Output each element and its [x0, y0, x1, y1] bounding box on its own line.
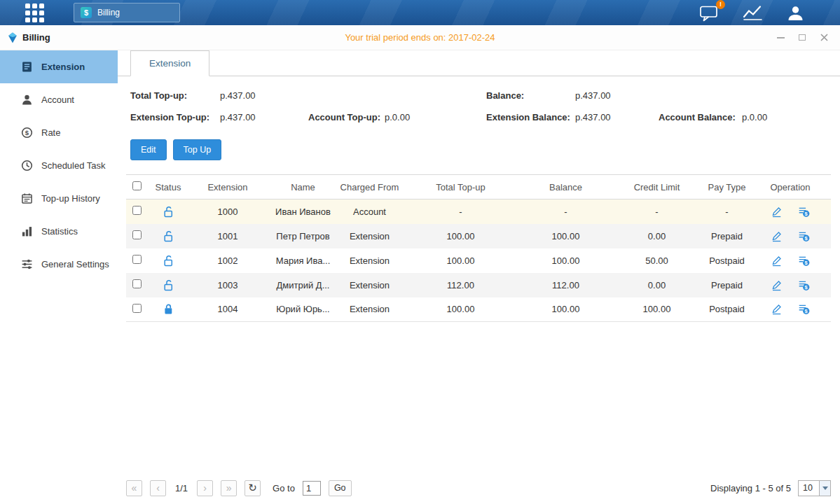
table-row[interactable]: 1002 Мария Ива... Extension 100.00 100.0…	[126, 248, 831, 273]
cell-extension: 1001	[189, 224, 266, 248]
window-controls	[776, 33, 840, 43]
prev-page-button[interactable]: ‹	[150, 480, 166, 496]
account-balance-value: p.0.00	[742, 112, 840, 122]
cell-balance: 100.00	[522, 298, 610, 322]
locked-icon[interactable]	[163, 303, 174, 315]
tab-bar: Extension	[118, 50, 840, 76]
table-row[interactable]: 1001 Петр Петров Extension 100.00 100.00…	[126, 224, 831, 248]
chevron-down-icon	[819, 481, 830, 496]
table-row[interactable]: 1000 Иван Иванов Account - - - - $	[126, 200, 831, 224]
account-balance-label: Account Balance:	[659, 112, 742, 122]
sidebar-item-statistics[interactable]: Statistics	[0, 215, 118, 248]
page-size-select[interactable]: 10	[798, 480, 831, 496]
billing-app-icon: $	[81, 7, 92, 18]
row-checkbox[interactable]	[132, 255, 142, 264]
edit-icon[interactable]	[771, 255, 783, 267]
sidebar-item-extension[interactable]: Extension	[0, 50, 118, 83]
page-indicator: 1/1	[175, 483, 188, 493]
user-menu-icon[interactable]	[786, 4, 805, 22]
unlocked-icon[interactable]	[163, 255, 174, 267]
clock-icon	[21, 160, 33, 172]
cell-pay-type: Prepaid	[704, 224, 750, 248]
topup-icon[interactable]: $	[798, 279, 810, 291]
sidebar-item-label: Extension	[41, 62, 85, 72]
close-button[interactable]	[819, 33, 829, 43]
sidebar-item-label: General Settings	[41, 259, 109, 270]
sidebar: Extension Account $ Rate Scheduled Task	[0, 50, 118, 504]
row-checkbox[interactable]	[132, 279, 142, 288]
cell-total-topup: 100.00	[399, 248, 522, 273]
row-checkbox[interactable]	[132, 304, 142, 313]
line-chart-icon	[742, 4, 764, 21]
cell-charged-from: Extension	[340, 248, 399, 273]
billing-logo-icon	[7, 32, 18, 43]
unlocked-icon[interactable]	[163, 230, 174, 242]
apps-grid-icon[interactable]	[25, 4, 44, 22]
maximize-button[interactable]	[797, 33, 807, 43]
col-credit-limit: Credit Limit	[610, 175, 704, 200]
cell-balance: 100.00	[522, 248, 610, 273]
refresh-button[interactable]: ↻	[245, 480, 261, 496]
edit-icon[interactable]	[771, 230, 783, 242]
rate-icon: $	[21, 127, 33, 139]
topup-icon[interactable]: $	[798, 303, 810, 315]
tab-extension[interactable]: Extension	[130, 50, 209, 76]
cell-total-topup: -	[399, 200, 522, 224]
extension-topup-label: Extension Top-up:	[130, 112, 220, 122]
cell-extension: 1004	[189, 298, 266, 322]
cell-credit-limit: -	[610, 200, 704, 224]
sidebar-item-general-settings[interactable]: General Settings	[0, 248, 118, 281]
topup-icon[interactable]: $	[798, 255, 810, 267]
edit-icon[interactable]	[771, 303, 783, 315]
col-pay-type: Pay Type	[704, 175, 750, 200]
table-row[interactable]: 1004 Юрий Юрь... Extension 100.00 100.00…	[126, 298, 831, 322]
cell-extension: 1000	[189, 200, 266, 224]
minimize-button[interactable]	[776, 33, 785, 43]
sidebar-item-scheduled-task[interactable]: Scheduled Task	[0, 149, 118, 182]
edit-icon[interactable]	[771, 279, 783, 291]
cell-name: Юрий Юрь...	[266, 298, 340, 322]
topbar: $ Billing !	[0, 0, 840, 25]
monitor-chart-icon[interactable]	[742, 4, 764, 21]
cell-extension: 1003	[189, 273, 266, 298]
extension-balance-value: p.437.00	[575, 112, 659, 122]
sidebar-item-label: Top-up History	[41, 193, 100, 204]
billing-app-window: $ Billing !	[0, 0, 840, 504]
top-up-button[interactable]: Top Up	[173, 139, 222, 160]
select-all-checkbox[interactable]	[132, 181, 142, 190]
table-row[interactable]: 1003 Дмитрий Д... Extension 112.00 112.0…	[126, 273, 831, 298]
page-size-value: 10	[799, 483, 819, 493]
first-page-button[interactable]: «	[126, 480, 142, 496]
go-button[interactable]: Go	[329, 480, 352, 496]
next-page-button[interactable]: ›	[197, 480, 213, 496]
edit-button[interactable]: Edit	[130, 139, 167, 160]
topbar-tab-billing[interactable]: $ Billing	[74, 3, 180, 22]
row-checkbox[interactable]	[132, 206, 142, 215]
cell-balance: 100.00	[522, 224, 610, 248]
cell-total-topup: 100.00	[399, 298, 522, 322]
unlocked-icon[interactable]	[163, 206, 174, 218]
extensions-table: Status Extension Name Charged From Total…	[126, 174, 831, 322]
total-topup-label: Total Top-up:	[130, 90, 220, 101]
window-title: Billing	[22, 32, 50, 43]
extension-icon	[21, 61, 33, 73]
cell-balance: -	[522, 200, 610, 224]
topup-icon[interactable]: $	[798, 206, 810, 218]
row-checkbox[interactable]	[132, 230, 142, 239]
topup-icon[interactable]: $	[798, 230, 810, 242]
sidebar-item-rate[interactable]: $ Rate	[0, 116, 118, 149]
edit-icon[interactable]	[771, 206, 783, 218]
trial-notice: Your trial period ends on: 2017-02-24	[0, 32, 840, 43]
tab-label: Extension	[149, 58, 191, 69]
col-extension: Extension	[189, 175, 266, 200]
cell-name: Петр Петров	[266, 224, 340, 248]
sidebar-item-topup-history[interactable]: Top-up History	[0, 182, 118, 215]
goto-page-input[interactable]	[303, 481, 321, 496]
sidebar-item-account[interactable]: Account	[0, 83, 118, 116]
messages-icon[interactable]: !	[699, 4, 719, 22]
unlocked-icon[interactable]	[163, 279, 174, 291]
cell-balance: 112.00	[522, 273, 610, 298]
cell-charged-from: Extension	[340, 224, 399, 248]
col-charged-from: Charged From	[340, 175, 399, 200]
last-page-button[interactable]: »	[221, 480, 237, 496]
